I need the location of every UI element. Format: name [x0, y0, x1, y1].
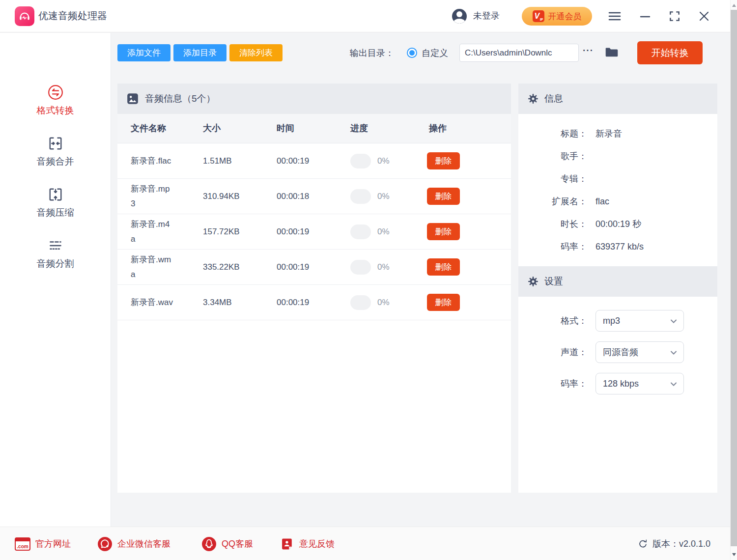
col-action: 操作 [429, 114, 447, 143]
file-time: 00:00:19 [277, 250, 309, 284]
scrollbar[interactable] [730, 0, 737, 560]
official-website-link[interactable]: .com 官方网址 [15, 527, 71, 560]
progress-pill [350, 189, 371, 204]
select-value: 同源音频 [603, 346, 638, 358]
footer-link-label: QQ客服 [222, 538, 253, 550]
user-avatar-icon[interactable] [452, 9, 467, 24]
col-filename: 文件名称 [131, 114, 166, 143]
qq-service-link[interactable]: QQ客服 [201, 527, 253, 560]
sidebar-label: 音频压缩 [0, 206, 111, 219]
sidebar-label: 音频合并 [0, 155, 111, 168]
delete-button[interactable]: 删除 [427, 294, 460, 311]
browse-more-button[interactable]: ··· [583, 45, 594, 56]
field-label: 扩展名： [518, 196, 587, 207]
field-label: 歌手： [518, 150, 587, 162]
avatar-head [456, 11, 462, 17]
bitrate-select[interactable]: 128 kbps [595, 373, 684, 394]
feedback-icon [281, 537, 294, 551]
delete-button[interactable]: 删除 [427, 258, 460, 276]
file-name: 新录音.m4a [131, 217, 174, 247]
refresh-icon[interactable] [638, 539, 648, 549]
scroll-up-arrow-icon[interactable] [732, 4, 736, 7]
titlebar: 优速音频处理器 未登录 V IP 开通会员 [0, 0, 730, 32]
col-size: 大小 [203, 114, 221, 143]
minimize-icon [639, 10, 651, 22]
sidebar-item-audio-merge[interactable]: 音频合并 [0, 135, 111, 168]
clear-list-button[interactable]: 清除列表 [229, 44, 283, 61]
app-title: 优速音频处理器 [38, 0, 107, 32]
delete-button[interactable]: 删除 [427, 152, 460, 169]
scrollbar-thumb[interactable] [731, 10, 737, 546]
file-size: 335.22KB [203, 250, 240, 284]
col-progress: 进度 [350, 114, 368, 143]
sidebar-item-audio-compress[interactable]: 音频压缩 [0, 186, 111, 219]
channel-select[interactable]: 同源音频 [595, 341, 684, 363]
field-value: 00:00:19 秒 [595, 218, 641, 230]
field-label: 时长： [518, 218, 587, 230]
info-field-title: 标题： 新录音 [518, 122, 717, 145]
info-field-extension: 扩展名： flac [518, 190, 717, 213]
progress-value: 0% [377, 250, 390, 284]
file-table-title: 音频信息（5个） [145, 92, 216, 105]
field-label: 声道： [518, 346, 587, 358]
info-field-artist: 歌手： [518, 145, 717, 168]
feedback-link[interactable]: 意见反馈 [281, 527, 335, 560]
table-row[interactable]: 新录音.flac 1.51MB 00:00:19 0% 删除 [117, 143, 511, 179]
maximize-button[interactable] [667, 10, 682, 23]
info-field-duration: 时长： 00:00:19 秒 [518, 213, 717, 235]
app-logo-icon [15, 6, 34, 26]
progress-value: 0% [377, 143, 390, 178]
login-status[interactable]: 未登录 [473, 0, 500, 32]
vip-button[interactable]: V IP 开通会员 [522, 7, 592, 26]
add-file-button[interactable]: 添加文件 [117, 44, 170, 61]
sidebar-item-format-convert[interactable]: 格式转换 [0, 84, 111, 117]
file-size: 157.72KB [203, 214, 240, 249]
sidebar-label: 音频分割 [0, 257, 111, 270]
file-size: 3.34MB [203, 285, 232, 320]
sidebar-item-audio-split[interactable]: 音频分割 [0, 237, 111, 270]
table-column-headers: 文件名称 大小 时间 进度 操作 [117, 114, 511, 143]
field-label: 标题： [518, 128, 587, 140]
close-button[interactable] [697, 10, 711, 23]
table-row[interactable]: 新录音.mp3 310.94KB 00:00:18 0% 删除 [117, 179, 511, 214]
info-panel-header: 信息 [518, 84, 717, 114]
progress-pill [350, 224, 371, 239]
file-size: 310.94KB [203, 179, 240, 214]
footer-link-label: 官方网址 [35, 538, 71, 550]
table-row[interactable]: 新录音.wav 3.34MB 00:00:19 0% 删除 [117, 285, 511, 320]
table-row[interactable]: 新录音.wma 335.22KB 00:00:19 0% 删除 [117, 250, 511, 285]
format-select[interactable]: mp3 [595, 310, 684, 332]
file-time: 00:00:19 [277, 214, 309, 249]
vip-button-label: 开通会员 [548, 11, 582, 22]
scroll-down-arrow-icon[interactable] [732, 553, 736, 556]
website-icon-bar [16, 538, 29, 541]
settings-fields: 格式： mp3 声道： 同源音频 码率： 128 kbps [518, 305, 717, 399]
custom-radio[interactable] [407, 48, 417, 58]
menu-button[interactable] [607, 10, 622, 23]
delete-button[interactable]: 删除 [427, 188, 460, 205]
custom-radio-label[interactable]: 自定义 [422, 47, 448, 59]
output-path-input[interactable] [459, 44, 579, 62]
audio-compress-icon [0, 186, 111, 203]
add-directory-button[interactable]: 添加目录 [173, 44, 227, 61]
table-row[interactable]: 新录音.m4a 157.72KB 00:00:19 0% 删除 [117, 214, 511, 250]
field-value: 新录音 [595, 128, 622, 140]
minimize-button[interactable] [638, 10, 652, 23]
audio-merge-icon [0, 135, 111, 152]
website-icon: .com [15, 537, 30, 551]
output-dir-label: 输出目录： [350, 47, 394, 59]
open-folder-button[interactable] [604, 45, 619, 60]
progress-value: 0% [377, 285, 390, 320]
hamburger-icon [608, 11, 622, 22]
chevron-down-icon [670, 349, 678, 357]
wechat-service-link[interactable]: 企业微信客服 [97, 527, 170, 560]
field-label: 码率： [518, 378, 587, 390]
version-text: 版本：v2.0.1.0 [652, 538, 710, 550]
avatar-body [454, 19, 465, 24]
start-convert-button[interactable]: 开始转换 [637, 41, 703, 64]
field-label: 格式： [518, 315, 587, 327]
info-fields: 标题： 新录音 歌手： 专辑： 扩展名： flac 时长： 00:00:19 秒… [518, 114, 717, 258]
progress-value: 0% [377, 214, 390, 249]
field-value: 639377 kb/s [595, 242, 644, 252]
delete-button[interactable]: 删除 [427, 223, 460, 240]
